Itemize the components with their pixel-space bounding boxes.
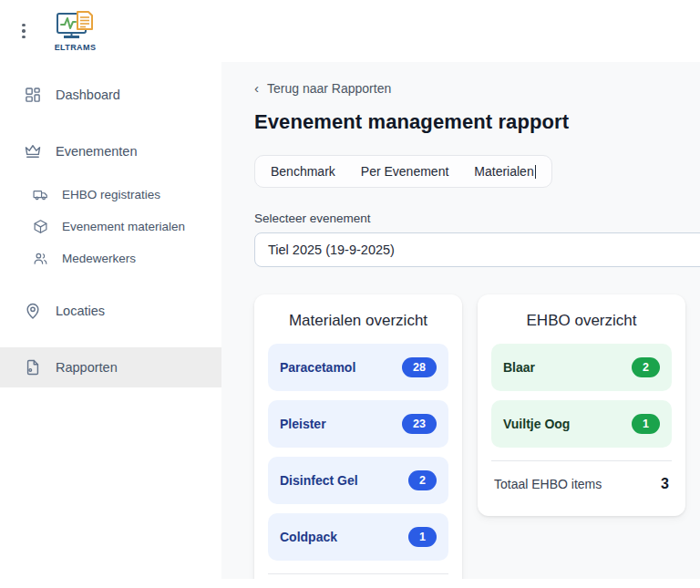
report-tabs: Benchmark Per Evenement Materialen bbox=[254, 155, 552, 188]
crown-icon bbox=[24, 142, 42, 160]
divider bbox=[491, 460, 672, 461]
ehbo-row-blaar: Blaar 2 bbox=[491, 344, 672, 391]
tab-benchmark[interactable]: Benchmark bbox=[271, 164, 335, 179]
count-badge: 2 bbox=[408, 470, 437, 490]
sidebar-item-label: Medewerkers bbox=[62, 252, 136, 265]
count-badge: 23 bbox=[402, 414, 437, 434]
sidebar-item-label: EHBO registraties bbox=[62, 188, 160, 201]
ehbo-row-vuiltje-oog: Vuiltje Oog 1 bbox=[491, 400, 672, 448]
sidebar-item-medewerkers[interactable]: Medewerkers bbox=[0, 242, 221, 274]
ehbo-overzicht-card: EHBO overzicht Blaar 2 Vuiltje Oog 1 Tot… bbox=[478, 294, 685, 516]
chevron-left-icon: ‹ bbox=[254, 80, 259, 96]
sidebar-item-label: Locaties bbox=[56, 304, 105, 318]
card-title: EHBO overzicht bbox=[491, 312, 672, 330]
eltrams-logo-icon bbox=[56, 11, 96, 42]
material-row-pleister: Pleister 23 bbox=[268, 400, 448, 448]
count-badge: 2 bbox=[632, 357, 660, 377]
ehbo-item-name: Vuiltje Oog bbox=[503, 417, 570, 431]
sidebar-item-evenement-materialen[interactable]: Evenement materialen bbox=[0, 211, 221, 242]
sidebar-item-evenementen[interactable]: Evenementen bbox=[0, 131, 221, 171]
count-badge: 1 bbox=[408, 527, 437, 547]
logo-wordmark: ELTRAMS bbox=[55, 43, 97, 52]
kebab-menu-icon[interactable] bbox=[18, 20, 29, 43]
back-to-rapporten-link[interactable]: ‹ Terug naar Rapporten bbox=[254, 80, 391, 96]
page-title: Evenement management rapport bbox=[254, 110, 700, 134]
report-file-icon bbox=[24, 358, 42, 377]
tab-per-evenement[interactable]: Per Evenement bbox=[361, 164, 449, 179]
sidebar-item-locaties[interactable]: Locaties bbox=[0, 291, 221, 331]
sidebar: Dashboard Evenementen EHBO registraties bbox=[0, 62, 221, 588]
material-row-coldpack: Coldpack 1 bbox=[268, 513, 448, 561]
count-badge: 1 bbox=[632, 414, 660, 434]
event-select-value: Tiel 2025 (19-9-2025) bbox=[268, 242, 395, 257]
ambulance-truck-icon bbox=[33, 187, 48, 202]
sidebar-item-ehbo-registraties[interactable]: EHBO registraties bbox=[0, 179, 221, 211]
tab-materialen-label: Materialen bbox=[474, 164, 533, 179]
material-row-paracetamol: Paracetamol 28 bbox=[268, 344, 448, 391]
sidebar-item-label: Rapporten bbox=[56, 360, 118, 375]
sidebar-item-rapporten[interactable]: Rapporten bbox=[0, 347, 221, 387]
app-logo[interactable]: ELTRAMS bbox=[49, 11, 102, 52]
sidebar-item-label: Evenement materialen bbox=[62, 220, 185, 233]
tab-materialen[interactable]: Materialen bbox=[474, 164, 536, 179]
users-icon bbox=[33, 251, 48, 266]
event-select[interactable]: Tiel 2025 (19-9-2025) bbox=[254, 232, 700, 267]
card-title: Materialen overzicht bbox=[268, 312, 448, 330]
material-name: Coldpack bbox=[280, 530, 337, 544]
material-name: Pleister bbox=[280, 417, 326, 431]
event-select-label: Selecteer evenement bbox=[254, 211, 700, 225]
dashboard-grid-icon bbox=[24, 86, 42, 104]
sidebar-item-label: Evenementen bbox=[56, 144, 137, 159]
top-header: ELTRAMS bbox=[0, 0, 700, 62]
text-cursor bbox=[535, 165, 537, 179]
material-row-disinfect-gel: Disinfect Gel 2 bbox=[268, 457, 448, 504]
total-value: 3 bbox=[661, 476, 669, 492]
ehbo-item-name: Blaar bbox=[503, 360, 535, 375]
package-icon bbox=[33, 219, 48, 234]
total-label: Totaal EHBO items bbox=[494, 477, 602, 491]
divider bbox=[268, 573, 448, 574]
back-link-label: Terug naar Rapporten bbox=[267, 81, 391, 96]
total-row: Totaal EHBO items 3 bbox=[491, 476, 672, 498]
sidebar-item-dashboard[interactable]: Dashboard bbox=[0, 75, 221, 115]
main-content: ‹ Terug naar Rapporten Evenement managem… bbox=[221, 62, 700, 579]
count-badge: 28 bbox=[402, 357, 437, 377]
materialen-overzicht-card: Materialen overzicht Paracetamol 28 Plei… bbox=[254, 294, 462, 579]
material-name: Paracetamol bbox=[280, 360, 355, 375]
material-name: Disinfect Gel bbox=[280, 473, 358, 488]
map-pin-icon bbox=[24, 302, 42, 320]
sidebar-item-label: Dashboard bbox=[56, 88, 120, 102]
